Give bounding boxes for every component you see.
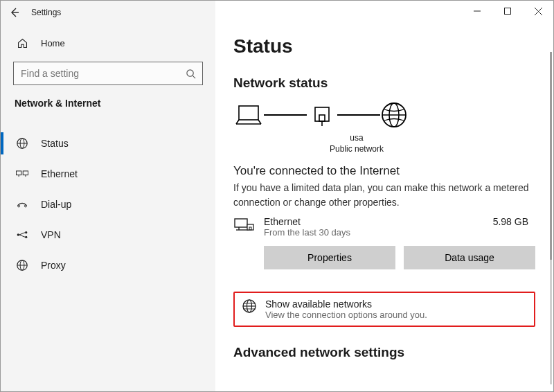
svg-rect-23 [239, 106, 258, 120]
minimize-button[interactable] [462, 1, 492, 21]
advanced-heading: Advanced network settings [233, 345, 535, 360]
svg-point-13 [18, 205, 20, 207]
sidebar-item-dialup[interactable]: Dial-up [1, 189, 215, 220]
title-bar: Settings [1, 1, 553, 24]
svg-rect-25 [319, 115, 325, 121]
laptop-icon [233, 100, 264, 130]
svg-rect-9 [16, 171, 21, 175]
sidebar-item-proxy[interactable]: Proxy [1, 250, 215, 280]
properties-button[interactable]: Properties [264, 246, 395, 269]
search-input[interactable] [19, 67, 184, 80]
sidebar-section-label: Network & Internet [1, 93, 215, 113]
svg-rect-10 [23, 171, 28, 175]
router-icon [307, 100, 337, 130]
settings-window: Settings Home [0, 0, 554, 392]
network-diagram [233, 99, 535, 131]
connected-title: You're connected to the Internet [233, 164, 535, 178]
adapter-subtitle: From the last 30 days [264, 227, 483, 238]
back-button[interactable] [1, 1, 28, 24]
vpn-icon [16, 229, 28, 241]
svg-rect-30 [235, 219, 247, 227]
connected-subtitle: If you have a limited data plan, you can… [233, 181, 535, 209]
sidebar-search[interactable] [13, 62, 203, 85]
svg-rect-24 [315, 107, 329, 121]
svg-point-17 [25, 236, 27, 238]
sidebar-item-label: Ethernet [41, 168, 78, 179]
window-title: Settings [28, 8, 61, 17]
diagram-caption: usa Public network [298, 132, 416, 154]
sidebar-item-status[interactable]: Status [1, 128, 215, 159]
adapter-usage: 5.98 GB [493, 216, 535, 227]
adapter-name: Ethernet [264, 216, 483, 227]
sidebar-item-label: VPN [41, 229, 61, 240]
dialup-icon [16, 198, 28, 211]
svg-rect-1 [505, 8, 511, 15]
svg-point-4 [186, 69, 193, 75]
sidebar-item-label: Dial-up [41, 199, 71, 210]
globe-icon [242, 299, 257, 314]
svg-point-14 [24, 205, 26, 207]
sidebar: Home Network & Internet Status Ether [1, 24, 215, 391]
sidebar-home-label: Home [41, 38, 65, 48]
globe-icon [380, 101, 408, 129]
svg-line-19 [19, 235, 25, 237]
connection-name: usa [298, 132, 416, 143]
maximize-button[interactable] [492, 1, 523, 21]
scrollbar-thumb[interactable] [550, 52, 552, 260]
sidebar-item-label: Proxy [41, 260, 66, 271]
show-networks-subtitle: View the connection options around you. [265, 310, 427, 320]
adapter-row: Ethernet From the last 30 days 5.98 GB [233, 216, 535, 238]
show-networks-title: Show available networks [265, 299, 427, 310]
proxy-icon [16, 259, 28, 271]
data-usage-button[interactable]: Data usage [404, 246, 535, 269]
page-title: Status [233, 35, 535, 57]
scrollbar[interactable] [550, 52, 552, 384]
svg-line-5 [193, 75, 195, 78]
status-icon [16, 137, 28, 150]
adapter-icon [233, 217, 254, 235]
close-button[interactable] [523, 1, 553, 21]
svg-line-18 [19, 233, 25, 235]
content-area: Status Network status usa Public network [215, 24, 553, 391]
sidebar-item-ethernet[interactable]: Ethernet [1, 159, 215, 189]
svg-point-16 [25, 231, 27, 233]
ethernet-icon [16, 168, 28, 180]
search-icon [184, 67, 197, 80]
sidebar-item-label: Status [41, 138, 69, 149]
network-status-heading: Network status [233, 75, 535, 91]
connection-type: Public network [298, 143, 416, 154]
sidebar-item-vpn[interactable]: VPN [1, 220, 215, 250]
home-icon [16, 37, 28, 49]
arrow-left-icon [8, 6, 21, 19]
svg-point-15 [17, 233, 19, 235]
show-available-networks[interactable]: Show available networks View the connect… [233, 292, 535, 327]
sidebar-home[interactable]: Home [1, 28, 215, 57]
